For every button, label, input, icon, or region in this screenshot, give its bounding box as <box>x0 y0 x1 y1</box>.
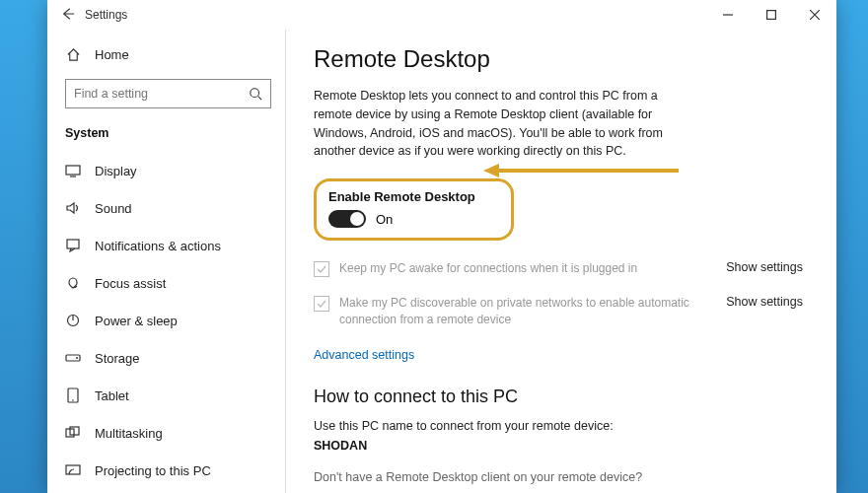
pc-name: SHODAN <box>314 439 803 453</box>
tablet-icon <box>65 387 81 403</box>
display-icon <box>65 163 81 178</box>
sidebar-item-power-sleep[interactable]: Power & sleep <box>65 302 271 339</box>
show-settings-link[interactable]: Show settings <box>726 260 803 274</box>
sidebar-item-label: Display <box>95 164 137 178</box>
sidebar-item-label: Sound <box>95 201 132 216</box>
sidebar-item-storage[interactable]: Storage <box>65 339 271 377</box>
page-title: Remote Desktop <box>314 45 803 73</box>
sidebar-item-display[interactable]: Display <box>65 152 271 189</box>
close-button[interactable] <box>793 0 836 30</box>
page-description: Remote Desktop lets you connect to and c… <box>314 87 669 161</box>
advanced-settings-link[interactable]: Advanced settings <box>314 348 414 362</box>
home-label: Home <box>95 47 129 62</box>
sidebar-item-label: Projecting to this PC <box>95 463 211 478</box>
titlebar: Settings <box>47 0 836 30</box>
connect-heading: How to connect to this PC <box>314 387 803 407</box>
sidebar-item-label: Power & sleep <box>95 314 178 328</box>
sidebar-item-projecting[interactable]: Projecting to this PC <box>65 452 271 489</box>
svg-rect-0 <box>767 11 776 20</box>
main-content: Remote Desktop Remote Desktop lets you c… <box>286 30 836 493</box>
settings-window: Settings Home System <box>47 0 836 493</box>
minimize-button[interactable] <box>706 0 750 30</box>
window-title: Settings <box>85 8 127 22</box>
check-icon <box>316 263 327 275</box>
sidebar-item-multitasking[interactable]: Multitasking <box>65 414 271 452</box>
notifications-icon <box>65 238 81 253</box>
annotation-arrow-icon <box>483 164 681 177</box>
power-icon <box>65 313 81 328</box>
toggle-label: Enable Remote Desktop <box>328 189 475 204</box>
option-keep-awake: Keep my PC awake for connections when it… <box>314 254 803 283</box>
option-text: Keep my PC awake for connections when it… <box>339 260 716 277</box>
storage-icon <box>65 350 81 366</box>
enable-remote-desktop-toggle[interactable] <box>328 210 366 228</box>
svg-point-6 <box>76 357 78 359</box>
svg-point-8 <box>72 399 74 401</box>
svg-rect-3 <box>67 240 79 248</box>
maximize-button[interactable] <box>750 0 793 30</box>
sidebar: Home System Display Sound Notificatio <box>47 30 286 493</box>
checkbox-keep-awake[interactable] <box>314 261 329 277</box>
sidebar-item-focus-assist[interactable]: Focus assist <box>65 264 271 302</box>
focus-assist-icon <box>65 275 81 291</box>
close-icon <box>810 10 820 20</box>
option-text: Make my PC discoverable on private netwo… <box>339 295 716 328</box>
back-button[interactable] <box>61 7 83 24</box>
sidebar-item-label: Storage <box>95 351 140 366</box>
sound-icon <box>65 200 81 216</box>
sidebar-item-shared-experiences[interactable]: Shared experiences <box>65 489 271 493</box>
sidebar-item-label: Tablet <box>95 388 129 403</box>
sidebar-item-home[interactable]: Home <box>65 37 271 71</box>
minimize-icon <box>723 10 733 20</box>
sidebar-item-label: Multitasking <box>95 426 163 441</box>
svg-point-1 <box>251 89 259 98</box>
svg-marker-16 <box>483 164 499 177</box>
search-icon <box>249 87 262 101</box>
sidebar-item-label: Notifications & actions <box>95 239 221 253</box>
search-box[interactable] <box>65 79 271 108</box>
enable-remote-desktop-highlight: Enable Remote Desktop On <box>314 178 514 241</box>
client-question: Don't have a Remote Desktop client on yo… <box>314 470 803 484</box>
maximize-icon <box>766 10 776 20</box>
multitasking-icon <box>65 425 81 441</box>
sidebar-item-sound[interactable]: Sound <box>65 189 271 227</box>
projecting-icon <box>65 462 81 478</box>
sidebar-nav: Display Sound Notifications & actions Fo… <box>65 152 271 493</box>
sidebar-item-tablet[interactable]: Tablet <box>65 377 271 414</box>
sidebar-item-notifications[interactable]: Notifications & actions <box>65 227 271 264</box>
toggle-state: On <box>376 212 393 227</box>
search-input[interactable] <box>74 87 249 101</box>
checkbox-discoverable[interactable] <box>314 296 329 312</box>
arrow-left-icon <box>61 7 75 21</box>
show-settings-link[interactable]: Show settings <box>726 295 803 309</box>
svg-rect-2 <box>66 166 80 175</box>
option-discoverable: Make my PC discoverable on private netwo… <box>314 289 803 334</box>
home-icon <box>65 47 81 62</box>
section-heading: System <box>65 126 271 140</box>
check-icon <box>316 298 327 310</box>
sidebar-item-label: Focus assist <box>95 276 166 291</box>
connect-subtext: Use this PC name to connect from your re… <box>314 419 803 433</box>
